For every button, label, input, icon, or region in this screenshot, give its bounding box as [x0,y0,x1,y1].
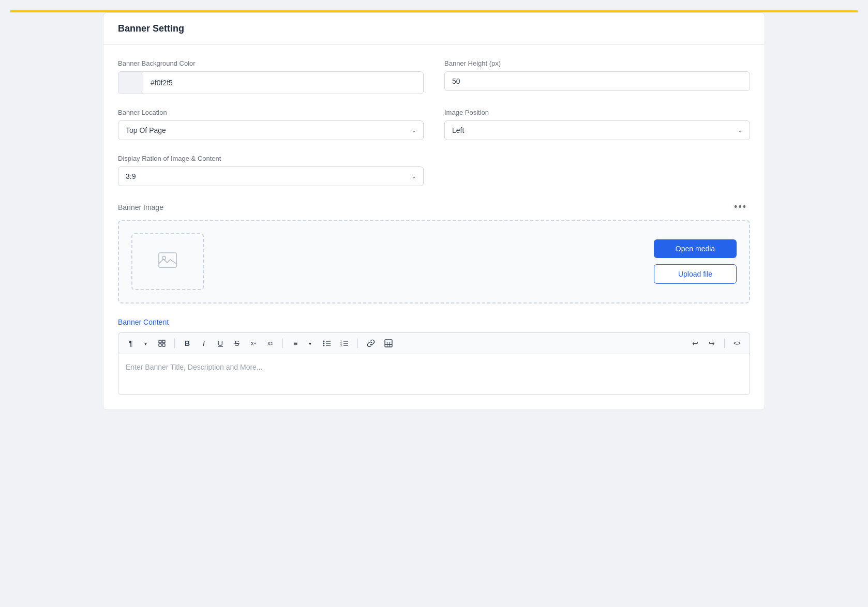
banner-content-label: Banner Content [118,318,750,326]
display-ratio-label: Display Ration of Image & Content [118,155,424,162]
banner-location-label: Banner Location [118,109,424,116]
bg-color-input[interactable] [143,73,423,92]
more-options-button[interactable]: ••• [731,201,750,214]
toolbar-right: ↩ ↪ <> [689,337,743,350]
list-numbered-button[interactable]: 1. 2. 3. [338,337,351,350]
align-button[interactable]: ≡ [289,337,302,350]
panel-header: Banner Setting [103,13,765,45]
image-upload-area: Open media Upload file [118,220,750,304]
link-button[interactable] [364,337,378,350]
upload-buttons: Open media Upload file [654,239,737,284]
form-row-1: Banner Background Color Banner Height (p… [118,59,750,94]
form-group-bg-color: Banner Background Color [118,59,424,94]
svg-point-8 [323,343,325,344]
svg-point-10 [323,345,325,346]
banner-image-section: Banner Image ••• Open media Upload fil [118,201,750,304]
svg-rect-5 [162,344,165,346]
svg-point-6 [323,341,325,342]
image-position-select[interactable]: Left Center Right [444,120,750,140]
code-button[interactable]: <> [731,337,743,350]
svg-rect-2 [159,340,161,343]
image-placeholder [131,233,204,290]
separator-3 [357,339,358,348]
page-title: Banner Setting [118,23,750,34]
form-group-image-position: Image Position Left Center Right ⌄ [444,109,750,140]
paragraph-button[interactable]: ¶ [125,337,137,350]
form-group-banner-location: Banner Location Top Of Page Bottom Of Pa… [118,109,424,140]
form-row-3: Display Ration of Image & Content 3:9 4:… [118,155,750,186]
svg-rect-18 [385,340,392,347]
strikethrough-button[interactable]: S [231,337,243,350]
align-dropdown-button[interactable]: ▾ [304,337,316,350]
italic-button[interactable]: I [198,337,210,350]
display-ratio-select[interactable]: 3:9 4:8 5:7 6:6 [118,166,424,186]
separator-1 [174,339,175,348]
toolbar-group-align: ≡ ▾ [289,337,316,350]
image-position-select-wrapper: Left Center Right ⌄ [444,120,750,140]
form-group-banner-height: Banner Height (px) [444,59,750,94]
color-input-wrapper [118,71,424,94]
form-group-display-ratio: Display Ration of Image & Content 3:9 4:… [118,155,424,186]
banner-image-label: Banner Image [118,203,163,211]
color-swatch[interactable] [118,72,143,94]
superscript-button[interactable]: x+ [247,337,260,350]
banner-content-section: Banner Content ¶ ▾ [118,318,750,395]
subscript-button[interactable]: x2 [264,337,276,350]
list-bullet-button[interactable] [320,337,334,350]
undo-button[interactable]: ↩ [689,337,701,350]
open-media-button[interactable]: Open media [654,239,737,258]
banner-height-input[interactable] [444,71,750,91]
redo-button[interactable]: ↪ [706,337,718,350]
banner-location-select-wrapper: Top Of Page Bottom Of Page Sidebar ⌄ [118,120,424,140]
display-ratio-select-wrapper: 3:9 4:8 5:7 6:6 ⌄ [118,166,424,186]
svg-text:3.: 3. [340,344,342,347]
underline-button[interactable]: U [214,337,227,350]
paragraph-dropdown-button[interactable]: ▾ [139,337,152,350]
grid-button[interactable] [156,337,168,350]
toolbar-group-paragraph: ¶ ▾ [125,337,152,350]
banner-height-label: Banner Height (px) [444,59,750,67]
banner-image-header: Banner Image ••• [118,201,750,214]
separator-2 [282,339,283,348]
separator-4 [724,339,725,348]
upload-file-button[interactable]: Upload file [654,264,737,284]
form-row-2: Banner Location Top Of Page Bottom Of Pa… [118,109,750,140]
image-icon [158,252,177,271]
svg-rect-4 [159,344,161,346]
editor-toolbar: ¶ ▾ B I U S x [118,332,750,354]
bold-button[interactable]: B [181,337,193,350]
editor-placeholder: Enter Banner Title, Description and More… [126,363,263,371]
svg-rect-3 [162,340,165,343]
banner-settings-panel: Banner Setting Banner Background Color B… [103,12,765,410]
bg-color-label: Banner Background Color [118,59,424,67]
editor-body[interactable]: Enter Banner Title, Description and More… [118,354,750,395]
form-group-placeholder [444,155,750,186]
svg-rect-0 [159,253,176,267]
panel-body: Banner Background Color Banner Height (p… [103,45,765,409]
banner-location-select[interactable]: Top Of Page Bottom Of Page Sidebar [118,120,424,140]
image-position-label: Image Position [444,109,750,116]
table-button[interactable] [382,337,395,350]
